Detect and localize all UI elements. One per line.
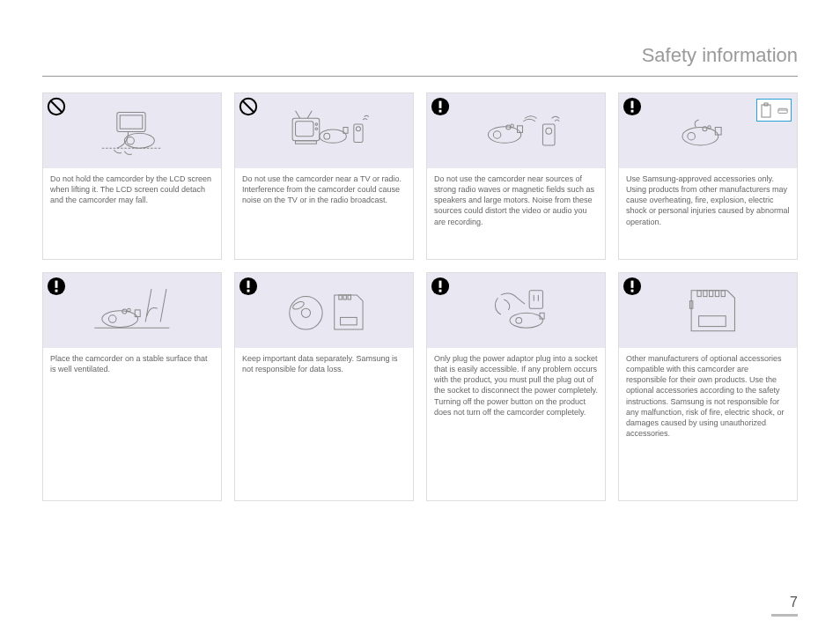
svg-rect-76 [716,291,719,297]
svg-rect-71 [631,281,634,288]
svg-point-47 [109,315,116,323]
prohibit-icon [239,97,258,116]
svg-rect-14 [296,141,317,144]
caution-icon [431,97,450,116]
svg-rect-52 [247,281,250,288]
svg-line-13 [307,111,312,119]
illustration-stable-surface [43,273,221,348]
svg-point-5 [127,137,135,144]
svg-point-29 [546,128,552,134]
svg-point-27 [511,124,513,127]
safety-text: Other manufacturers of optional accessor… [619,348,797,500]
safety-text: Keep important data separately. Samsung … [235,348,413,500]
safety-text: Do not hold the camcorder by the LCD scr… [43,168,221,259]
svg-point-11 [315,128,318,130]
page-number-underline [771,614,798,617]
svg-point-25 [494,131,502,139]
safety-card: Only plug the power adaptor plug into a … [426,272,606,501]
illustration-accessories [619,93,797,168]
safety-card: Do not use the camcorder near a TV or ra… [234,92,414,260]
illustration-tv-radio [235,93,413,168]
svg-rect-63 [439,290,442,292]
page-title: Safety information [42,44,798,77]
svg-rect-18 [354,124,363,142]
svg-rect-33 [762,105,770,117]
svg-point-39 [688,132,696,140]
safety-text: Do not use the camcorder near a TV or ra… [235,168,413,259]
accessory-highlight [756,99,792,122]
svg-rect-58 [343,295,346,299]
svg-point-4 [125,133,155,148]
svg-rect-31 [631,101,634,108]
safety-card: Use Samsung-approved accessories only. U… [618,92,798,260]
svg-point-49 [128,308,130,311]
svg-rect-46 [135,310,140,317]
svg-rect-21 [439,101,442,108]
svg-rect-9 [296,121,313,136]
svg-rect-60 [341,317,357,325]
safety-grid-row-2: Place the camcorder on a stable surface … [42,272,798,501]
svg-rect-72 [631,290,634,292]
caution-icon [239,277,258,296]
caution-icon [431,277,450,296]
illustration-magnetic-field [427,93,605,168]
safety-card: Place the camcorder on a stable surface … [42,272,222,501]
safety-text: Place the camcorder on a stable surface … [43,348,221,500]
svg-rect-43 [55,281,58,288]
illustration-data-backup [235,273,413,348]
svg-rect-64 [529,291,542,308]
illustration-sd-card [619,273,797,348]
svg-rect-32 [631,110,634,113]
safety-text: Only plug the power adaptor plug into a … [427,348,605,500]
svg-point-17 [324,133,330,139]
svg-line-12 [296,111,300,119]
safety-card: Do not use the camcorder near sources of… [426,92,606,260]
svg-rect-38 [716,127,722,135]
svg-point-69 [516,317,522,323]
safety-text: Do not use the camcorder near sources of… [427,168,605,259]
caution-icon [623,277,642,296]
svg-point-54 [290,296,322,329]
svg-rect-35 [777,108,786,113]
svg-rect-78 [699,315,726,326]
svg-rect-62 [439,281,442,288]
svg-rect-75 [710,291,713,297]
safety-text: Use Samsung-approved accessories only. U… [619,168,797,259]
illustration-power-plug [427,273,605,348]
svg-point-10 [315,123,318,126]
svg-rect-53 [247,290,250,292]
svg-rect-44 [55,290,58,292]
safety-card: Other manufacturers of optional accessor… [618,272,798,501]
svg-line-1 [51,101,63,113]
svg-rect-74 [704,291,707,297]
svg-point-19 [357,126,361,130]
svg-point-41 [708,126,711,129]
safety-grid-row-1: Do not hold the camcorder by the LCD scr… [42,92,798,260]
page-footer: 7 [771,595,798,617]
safety-card: Do not hold the camcorder by the LCD scr… [42,92,222,260]
svg-point-55 [302,308,311,317]
caution-icon [623,97,642,116]
safety-card: Keep important data separately. Samsung … [234,272,414,501]
svg-rect-77 [721,291,725,297]
caution-icon [47,277,66,296]
illustration-lcd-lift [43,93,221,168]
svg-point-15 [320,129,347,143]
svg-rect-22 [439,110,442,113]
svg-line-7 [243,101,254,113]
svg-point-67 [510,313,542,328]
svg-rect-57 [339,295,342,299]
svg-rect-73 [697,291,701,297]
svg-rect-28 [543,124,556,145]
page-number: 7 [790,595,798,614]
svg-point-45 [102,311,138,328]
svg-rect-3 [120,115,143,129]
svg-rect-59 [348,295,350,299]
prohibit-icon [47,97,66,116]
